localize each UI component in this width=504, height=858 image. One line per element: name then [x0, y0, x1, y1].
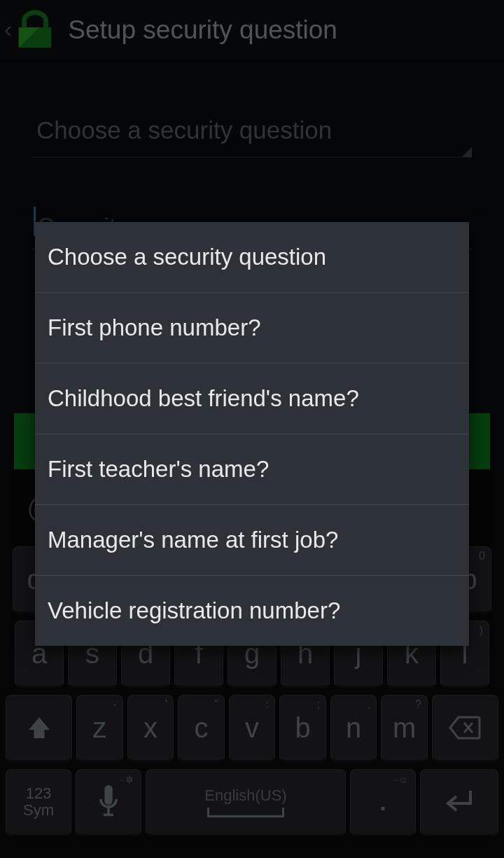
- key-m[interactable]: m?: [381, 695, 428, 762]
- security-question-dropdown: Choose a security questionFirst phone nu…: [35, 222, 469, 646]
- dropdown-option-1[interactable]: First phone number?: [35, 293, 469, 364]
- key-x[interactable]: x': [127, 695, 174, 762]
- key-v[interactable]: v:: [229, 695, 276, 762]
- voice-input-key[interactable]: ∙∙✲: [76, 769, 141, 836]
- key-c[interactable]: c": [178, 695, 225, 762]
- dropdown-option-5[interactable]: Vehicle registration number?: [35, 576, 469, 646]
- symbols-key[interactable]: 123 Sym: [6, 769, 71, 836]
- app-logo-icon[interactable]: [13, 8, 57, 52]
- shift-key[interactable]: [6, 695, 72, 762]
- security-question-spinner[interactable]: Choose a security question: [32, 104, 472, 158]
- action-bar: ‹ Setup security question: [0, 0, 504, 62]
- key-n[interactable]: n,: [330, 695, 377, 762]
- page-title: Setup security question: [68, 15, 337, 45]
- svg-rect-2: [104, 785, 112, 805]
- keyboard-language-label: English(US): [204, 787, 286, 805]
- backspace-key[interactable]: [432, 695, 498, 762]
- dropdown-option-4[interactable]: Manager's name at first job?: [35, 505, 469, 576]
- key-z[interactable]: z-: [76, 695, 123, 762]
- back-chevron-icon[interactable]: ‹: [4, 15, 13, 46]
- dropdown-option-2[interactable]: Childhood best friend's name?: [35, 364, 469, 434]
- dropdown-option-0[interactable]: Choose a security question: [35, 222, 469, 293]
- period-key[interactable]: ∙∙☺ .: [350, 769, 416, 836]
- dropdown-option-3[interactable]: First teacher's name?: [35, 434, 469, 505]
- enter-key[interactable]: [420, 769, 498, 836]
- key-b[interactable]: b;: [279, 695, 326, 762]
- space-key[interactable]: English(US): [146, 769, 346, 836]
